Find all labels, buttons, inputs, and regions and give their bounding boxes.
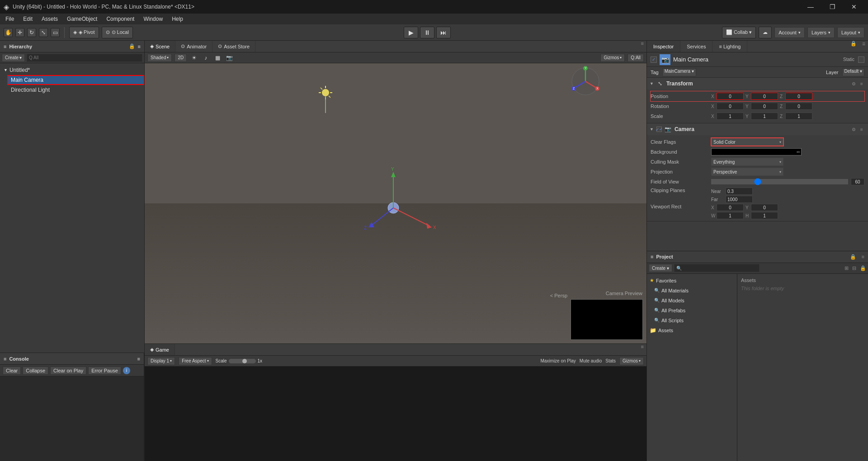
rotation-x-input[interactable] <box>717 103 744 110</box>
menu-file[interactable]: File <box>2 15 18 23</box>
scale-thumb[interactable] <box>242 359 247 363</box>
transform-settings-icon[interactable]: ⚙ <box>850 80 857 87</box>
tab-animator[interactable]: ⊙ Animator <box>175 41 212 52</box>
scene-lights-icon[interactable]: ☀ <box>189 53 198 62</box>
rect-tool[interactable]: ▭ <box>51 28 60 37</box>
local-button[interactable]: ⊙ ⊙ Local <box>102 27 133 38</box>
2d-button[interactable]: 2D <box>175 54 187 62</box>
hierarchy-item-untitled[interactable]: ▼ Untitled* <box>0 65 144 75</box>
scale-track[interactable] <box>229 359 256 363</box>
gizmos-dropdown[interactable]: Gizmos <box>600 54 625 62</box>
scale-z-input[interactable] <box>785 113 812 120</box>
hierarchy-item-main-camera[interactable]: Main Camera <box>7 75 144 85</box>
tab-scene[interactable]: ◈ Scene <box>145 41 175 52</box>
fov-slider[interactable] <box>711 179 848 184</box>
object-name[interactable]: Main Camera <box>673 56 840 63</box>
transform-menu-icon[interactable]: ≡ <box>858 80 865 87</box>
cloud-button[interactable]: ☁ <box>759 27 772 38</box>
scale-y-input[interactable] <box>751 113 778 120</box>
account-dropdown[interactable]: Account <box>774 27 805 38</box>
collab-button[interactable]: ⬜ Collab ▾ <box>722 27 756 38</box>
pivot-button[interactable]: ◈ ◈ Pivot <box>69 27 99 38</box>
tab-services[interactable]: Services <box>680 41 712 52</box>
scene-panel-options[interactable]: ≡ <box>638 41 646 52</box>
position-z-input[interactable] <box>785 93 812 100</box>
vr-x-input[interactable] <box>717 204 744 211</box>
tab-inspector[interactable]: Inspector <box>647 41 680 52</box>
project-search-input[interactable] <box>674 264 760 272</box>
shading-dropdown[interactable]: Shaded <box>147 54 172 62</box>
project-view-toggle2[interactable]: ⊟ <box>852 265 856 271</box>
scale-x-input[interactable] <box>717 113 744 120</box>
hierarchy-lock-icon[interactable]: 🔒 <box>129 43 135 49</box>
culling-mask-dropdown[interactable]: Everything <box>711 158 783 166</box>
position-y-input[interactable] <box>751 93 778 100</box>
scene-camera-icon[interactable]: 📷 <box>225 53 234 62</box>
project-view-toggle[interactable]: ⊞ <box>844 265 849 271</box>
layer-dropdown[interactable]: Default ▾ <box>842 68 864 76</box>
clear-button[interactable]: Clear <box>3 367 21 375</box>
stats-button[interactable]: Stats <box>605 358 616 363</box>
aspect-dropdown[interactable]: Free Aspect <box>179 357 212 365</box>
tab-lighting[interactable]: ≡ Lighting <box>712 41 747 52</box>
background-color-swatch[interactable]: ✏ <box>711 148 802 155</box>
menu-component[interactable]: Component <box>103 15 138 23</box>
scene-viewport[interactable]: Y X Z Y X <box>145 63 646 343</box>
hierarchy-search-input[interactable] <box>27 54 142 62</box>
rotation-z-input[interactable] <box>785 103 812 110</box>
all-models-item[interactable]: 🔍 All Models <box>647 296 737 306</box>
vr-y-input[interactable] <box>751 204 778 211</box>
clear-on-play-button[interactable]: Clear on Play <box>50 367 86 375</box>
hierarchy-item-directional-light[interactable]: Directional Light <box>7 85 144 95</box>
menu-help[interactable]: Help <box>168 15 187 23</box>
minimize-button[interactable]: — <box>800 0 821 14</box>
tab-game[interactable]: ◈ Game <box>145 344 175 355</box>
menu-assets[interactable]: Assets <box>38 15 61 23</box>
scene-effects-icon[interactable]: ▦ <box>213 53 222 62</box>
error-pause-button[interactable]: Error Pause <box>88 367 121 375</box>
layers-dropdown[interactable]: Layers <box>807 27 835 38</box>
close-button[interactable]: ✕ <box>844 0 864 14</box>
project-create-button[interactable]: Create ▾ <box>649 264 672 272</box>
project-options[interactable]: ≡ <box>862 254 864 259</box>
pause-button[interactable]: ⏸ <box>420 27 434 38</box>
fov-input[interactable] <box>851 178 864 185</box>
camera-active-checkbox[interactable]: ✓ <box>656 127 662 132</box>
camera-menu-icon[interactable]: ≡ <box>858 126 865 133</box>
game-viewport[interactable] <box>145 367 646 461</box>
hierarchy-create-button[interactable]: Create ▾ <box>2 54 25 62</box>
console-options-icon[interactable]: ≡ <box>137 356 140 362</box>
object-active-checkbox[interactable] <box>651 56 657 63</box>
camera-settings-icon[interactable]: ⚙ <box>850 126 857 133</box>
position-x-input[interactable] <box>717 93 744 100</box>
layout-dropdown[interactable]: Layout <box>837 27 864 38</box>
maximize-on-play[interactable]: Maximize on Play <box>540 358 576 363</box>
game-gizmos-dropdown[interactable]: Gizmos <box>619 357 644 365</box>
rotation-y-input[interactable] <box>751 103 778 110</box>
inspector-lock-icon[interactable]: 🔒 <box>848 41 859 52</box>
transform-header[interactable]: ▼ ⤡ Transform ⚙ ≡ <box>647 78 868 89</box>
menu-window[interactable]: Window <box>140 15 166 23</box>
far-input[interactable] <box>726 196 753 203</box>
vr-w-input[interactable] <box>717 212 744 219</box>
camera-header[interactable]: ▼ ✓ 📷 Camera ⚙ ≡ <box>647 123 868 135</box>
projection-dropdown[interactable]: Perspective <box>711 168 783 176</box>
search-all-btn[interactable]: Q:All <box>627 54 644 62</box>
scale-tool[interactable]: ⤡ <box>39 28 48 37</box>
near-input[interactable] <box>726 188 753 195</box>
all-materials-item[interactable]: 🔍 All Materials <box>647 286 737 296</box>
all-scripts-item[interactable]: 🔍 All Scripts <box>647 315 737 325</box>
inspector-options[interactable]: ≡ <box>859 41 868 52</box>
project-lock-icon[interactable]: 🔒 <box>850 254 856 260</box>
all-prefabs-item[interactable]: 🔍 All Prefabs <box>647 306 737 315</box>
rotate-tool[interactable]: ↻ <box>27 28 36 37</box>
project-search-lock[interactable]: 🔒 <box>860 265 866 271</box>
scene-audio-icon[interactable]: ♪ <box>201 53 210 62</box>
tab-asset-store[interactable]: ⊙ Asset Store <box>212 41 255 52</box>
maximize-button[interactable]: ❐ <box>822 0 843 14</box>
vr-h-input[interactable] <box>751 212 778 219</box>
display-dropdown[interactable]: Display 1 <box>147 357 175 365</box>
favorites-section[interactable]: ★ Favorites <box>647 276 737 286</box>
tag-dropdown[interactable]: MainCamera ▾ <box>662 68 696 76</box>
collapse-button[interactable]: Collapse <box>23 367 48 375</box>
